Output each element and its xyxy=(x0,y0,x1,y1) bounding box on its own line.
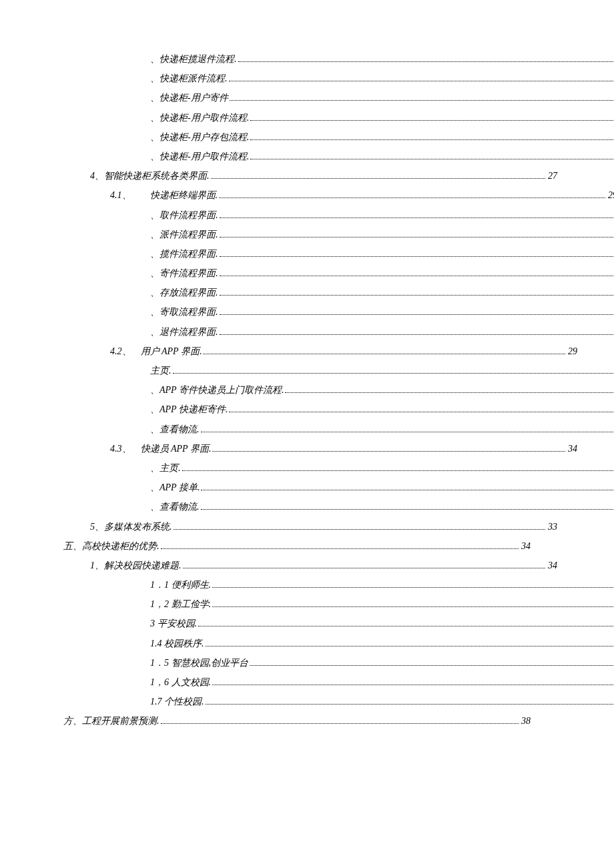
toc-entry: 、退件流程界面.29 xyxy=(47,326,614,338)
toc-label: 、派件流程界面. xyxy=(150,229,218,241)
toc-page: 29 xyxy=(568,346,577,358)
toc-leader xyxy=(173,366,615,374)
toc-label: 、寄取流程界面. xyxy=(150,306,218,318)
toc-leader xyxy=(183,560,546,568)
toc-label: 、快递柜-用户取件流程. xyxy=(150,112,249,124)
toc-label: 4.2、 用户 APP 界面. xyxy=(110,346,202,358)
toc-leader xyxy=(182,463,615,471)
table-of-contents: 、快递柜揽退件流程.21、快递柜派件流程.22、快递柜-用户寄件23、快递柜-用… xyxy=(47,53,567,728)
toc-leader xyxy=(212,677,614,685)
toc-leader xyxy=(174,521,546,529)
toc-entry: 、寄取流程界面.29 xyxy=(47,306,614,318)
toc-entry: 主页.29 xyxy=(47,365,614,377)
toc-label: 4.3、 快递员 APP 界面. xyxy=(110,443,211,455)
toc-label: 、快递柜揽退件流程. xyxy=(150,53,237,65)
toc-entry: 4.2、 用户 APP 界面.29 xyxy=(47,346,577,358)
toc-label: 、快递柜-用户取件流程. xyxy=(150,151,249,163)
toc-entry: 、快递柜揽退件流程.21 xyxy=(47,53,614,65)
toc-entry: 1，6 人文校园.37 xyxy=(47,677,614,689)
toc-leader xyxy=(161,541,519,549)
toc-leader xyxy=(212,580,614,588)
toc-label: 4.1、 快递柜终端界面. xyxy=(110,189,218,201)
toc-label: 5、多媒体发布系统. xyxy=(90,521,172,533)
toc-leader xyxy=(201,502,615,510)
toc-page: 34 xyxy=(568,443,577,455)
toc-leader xyxy=(198,618,614,626)
toc-label: 1.4 校园秩序. xyxy=(150,638,204,650)
toc-leader xyxy=(220,209,615,218)
toc-leader xyxy=(206,697,615,705)
toc-page: 33 xyxy=(548,521,557,533)
toc-leader xyxy=(220,268,615,276)
toc-label: 、快递柜-用户存包流程. xyxy=(150,131,249,143)
toc-entry: 、主页.32 xyxy=(47,462,614,474)
toc-entry: 方、工程开展前景预测.38 xyxy=(47,715,531,727)
toc-leader xyxy=(211,171,546,179)
toc-entry: 、寄件流程界面.28 xyxy=(47,268,614,280)
toc-entry: 4、智能快递柜系统各类界面.27 xyxy=(47,170,557,182)
toc-label: 、快递柜派件流程. xyxy=(150,73,228,85)
toc-label: 1、解决校园快递难题. xyxy=(90,560,182,572)
toc-entry: 4.1、 快递柜终端界面.29 xyxy=(47,189,614,201)
toc-label: 3 平安校园. xyxy=(150,618,197,630)
toc-entry: 、APP 快递柜寄件.30 xyxy=(47,404,614,416)
toc-leader xyxy=(229,404,614,412)
toc-entry: 、存放流程界面.28 xyxy=(47,287,614,299)
toc-label: 、查看物流. xyxy=(150,424,200,436)
toc-leader xyxy=(206,638,615,646)
toc-leader xyxy=(203,346,565,354)
toc-label: 五、高校快递柜的优势. xyxy=(63,540,160,552)
toc-label: 、揽件流程界面. xyxy=(150,248,218,260)
toc-entry: 、快递柜-用户寄件23 xyxy=(47,92,614,104)
toc-entry: 1.4 校园秩序.36 xyxy=(47,638,614,650)
toc-leader xyxy=(201,424,615,432)
toc-label: 1，6 人文校园. xyxy=(150,677,211,689)
toc-label: 、快递柜-用户寄件 xyxy=(150,92,228,104)
toc-entry: 、快递柜-用户取件流程.26 xyxy=(47,151,614,163)
toc-page: 34 xyxy=(548,560,557,572)
toc-leader xyxy=(220,230,615,238)
toc-entry: 、揽件流程界面.27 xyxy=(47,248,614,260)
toc-leader xyxy=(220,326,615,334)
toc-leader xyxy=(285,385,614,393)
toc-entry: 4.3、 快递员 APP 界面.34 xyxy=(47,443,577,455)
toc-leader xyxy=(201,482,614,490)
toc-label: 、取件流程界面. xyxy=(150,209,218,222)
toc-label: 4、智能快递柜系统各类界面. xyxy=(90,170,210,182)
toc-leader xyxy=(238,54,615,62)
toc-label: 1.7 个性校园. xyxy=(150,696,204,708)
toc-entry: 、取件流程界面.27 xyxy=(47,209,614,222)
toc-page: 27 xyxy=(548,170,557,182)
toc-leader xyxy=(250,658,614,666)
toc-label: 、存放流程界面. xyxy=(150,287,218,299)
toc-entry: 、快递柜派件流程.22 xyxy=(47,73,614,85)
toc-entry: 、查看物流.31 xyxy=(47,424,614,436)
toc-page: 29 xyxy=(608,189,614,201)
toc-label: 主页. xyxy=(150,365,172,377)
toc-page: 38 xyxy=(521,715,531,727)
toc-leader xyxy=(212,599,614,607)
toc-leader xyxy=(219,190,605,198)
toc-leader xyxy=(250,132,614,140)
toc-leader xyxy=(161,716,519,724)
toc-label: 1，2 勤工俭学. xyxy=(150,598,211,610)
toc-entry: 、查看物流.33 xyxy=(47,501,614,513)
toc-label: 、查看物流. xyxy=(150,501,200,513)
toc-leader xyxy=(220,288,615,296)
toc-label: 、退件流程界面. xyxy=(150,326,218,338)
toc-label: 1．1 便利师生. xyxy=(150,579,211,591)
toc-leader xyxy=(212,444,565,452)
toc-leader xyxy=(250,151,614,159)
toc-leader xyxy=(220,249,615,257)
toc-entry: 五、高校快递柜的优势.34 xyxy=(47,540,531,552)
toc-page: 34 xyxy=(521,540,531,552)
toc-label: 、APP 寄件快递员上门取件流程. xyxy=(150,384,284,396)
toc-entry: 、APP 接单.32 xyxy=(47,482,614,494)
toc-leader xyxy=(250,112,614,120)
toc-label: 、APP 接单. xyxy=(150,482,200,494)
toc-leader xyxy=(229,73,615,81)
toc-label: 、寄件流程界面. xyxy=(150,268,218,280)
toc-entry: 、快递柜-用户存包流程.25 xyxy=(47,131,614,143)
toc-label: 方、工程开展前景预测. xyxy=(63,715,160,727)
toc-entry: 1，2 勤工俭学.34 xyxy=(47,598,614,610)
